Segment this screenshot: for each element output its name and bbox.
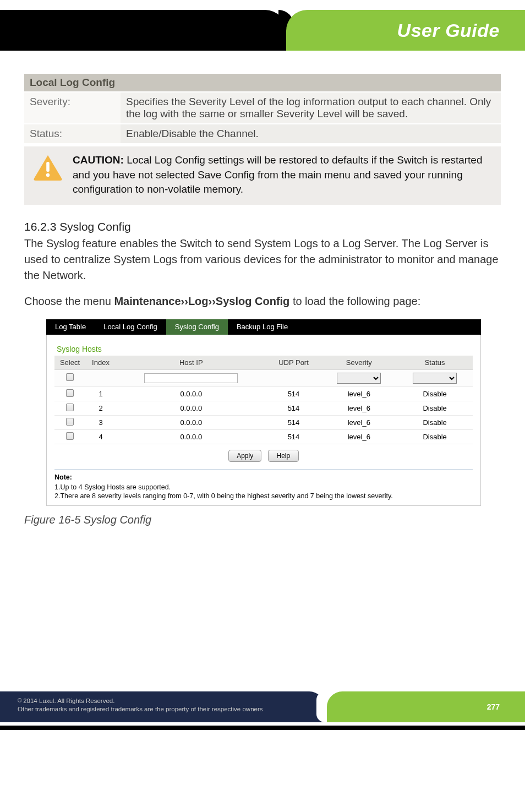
table-input-row [54, 369, 473, 386]
cell-index: 4 [85, 429, 116, 444]
header-band: User Guide [0, 0, 525, 70]
cell-hostip: 0.0.0.0 [116, 386, 266, 401]
syslog-hosts-panel: Syslog Hosts Select Index Host IP UDP Po… [46, 335, 481, 506]
note-label: Note: [54, 473, 473, 481]
status-select[interactable] [413, 373, 457, 384]
select-all-checkbox[interactable] [66, 373, 74, 381]
col-udpport: UDP Port [266, 356, 321, 370]
page-number: 277 [487, 702, 500, 711]
tab-log-table[interactable]: Log Table [46, 319, 95, 335]
footer-page-badge: 277 [327, 691, 525, 722]
table-row: 2 0.0.0.0 514 level_6 Disable [54, 401, 473, 415]
row-checkbox[interactable] [66, 418, 74, 426]
severity-label: Severity: [24, 92, 121, 124]
button-row: Apply Help [54, 444, 473, 463]
caution-lead: CAUTION: [73, 154, 124, 166]
section-p2b: Maintenance››Log››Syslog Config [114, 295, 289, 307]
section-p1: The Syslog feature enables the Switch to… [24, 236, 501, 284]
row-checkbox[interactable] [66, 404, 74, 411]
col-status: Status [397, 356, 473, 370]
cell-hostip: 0.0.0.0 [116, 401, 266, 415]
local-log-config-table: Local Log Config Severity: Specifies the… [24, 74, 501, 144]
row-checkbox[interactable] [66, 389, 74, 397]
apply-button[interactable]: Apply [228, 450, 261, 462]
syslog-hosts-table: Select Index Host IP UDP Port Severity S… [54, 356, 473, 444]
footer-line1: 2014 Luxul. All Rights Reserved. [23, 697, 114, 704]
cell-udpport: 514 [266, 415, 321, 429]
svg-point-1 [46, 173, 50, 177]
col-hostip: Host IP [116, 356, 266, 370]
cell-severity: level_6 [321, 415, 397, 429]
footer-line2: Other trademarks and registered trademar… [18, 706, 263, 712]
cell-status: Disable [397, 429, 473, 444]
cell-hostip: 0.0.0.0 [116, 415, 266, 429]
table-row: 1 0.0.0.0 514 level_6 Disable [54, 386, 473, 401]
figure-caption: Figure 16-5 Syslog Config [24, 514, 501, 526]
tab-local-log-config[interactable]: Local Log Config [95, 319, 166, 335]
caution-text: CAUTION: Local Log Config settings will … [73, 153, 492, 197]
tabs: Log Table Local Log Config Syslog Config… [46, 319, 481, 335]
cell-status: Disable [397, 401, 473, 415]
status-label: Status: [24, 124, 121, 144]
table-header-row: Select Index Host IP UDP Port Severity S… [54, 356, 473, 370]
header-badge: User Guide [397, 20, 500, 41]
syslog-config-screenshot: Log Table Local Log Config Syslog Config… [46, 319, 481, 506]
col-index: Index [85, 356, 116, 370]
header-green-shape: User Guide [286, 10, 525, 51]
table-row: 3 0.0.0.0 514 level_6 Disable [54, 415, 473, 429]
col-select: Select [54, 356, 85, 370]
cell-status: Disable [397, 415, 473, 429]
section-p2c: to load the following page: [289, 295, 420, 307]
help-button[interactable]: Help [268, 450, 299, 462]
section-p2a: Choose the menu [24, 295, 114, 307]
section-p2: Choose the menu Maintenance››Log››Syslog… [24, 293, 501, 309]
cell-udpport: 514 [266, 429, 321, 444]
col-severity: Severity [321, 356, 397, 370]
section-heading: 16.2.3 Syslog Config [24, 220, 501, 233]
cell-severity: level_6 [321, 401, 397, 415]
cell-index: 2 [85, 401, 116, 415]
cell-status: Disable [397, 386, 473, 401]
cell-index: 3 [85, 415, 116, 429]
caution-icon [33, 154, 63, 181]
header-black-shape [0, 10, 286, 51]
footer-left: © 2014 Luxul. All Rights Reserved. Other… [0, 691, 325, 722]
note-1: 1.Up to 4 Syslog Hosts are supported. [54, 483, 473, 491]
caution-body: Local Log Config settings will be restor… [73, 154, 483, 195]
footer-bottom-bar [0, 726, 525, 730]
copyright-symbol: © [18, 697, 23, 704]
cell-severity: level_6 [321, 429, 397, 444]
hostip-input[interactable] [144, 373, 238, 383]
footer: © 2014 Luxul. All Rights Reserved. Other… [0, 691, 525, 730]
tab-backup-log-file[interactable]: Backup Log File [228, 319, 297, 335]
severity-select[interactable] [337, 373, 381, 384]
cell-severity: level_6 [321, 386, 397, 401]
svg-rect-0 [46, 162, 50, 172]
severity-value: Specifies the Severity Level of the log … [121, 92, 501, 124]
caution-box: CAUTION: Local Log Config settings will … [24, 146, 501, 205]
cell-udpport: 514 [266, 401, 321, 415]
status-value: Enable/Disable the Channel. [121, 124, 501, 144]
cell-hostip: 0.0.0.0 [116, 429, 266, 444]
cell-udpport: 514 [266, 386, 321, 401]
cell-index: 1 [85, 386, 116, 401]
divider [54, 470, 473, 470]
panel-title: Syslog Hosts [57, 345, 473, 353]
local-log-config-title: Local Log Config [24, 74, 501, 92]
note-2: 2.There are 8 severity levels ranging fr… [54, 492, 473, 500]
row-checkbox[interactable] [66, 432, 74, 440]
tab-syslog-config[interactable]: Syslog Config [166, 319, 228, 335]
table-row: 4 0.0.0.0 514 level_6 Disable [54, 429, 473, 444]
